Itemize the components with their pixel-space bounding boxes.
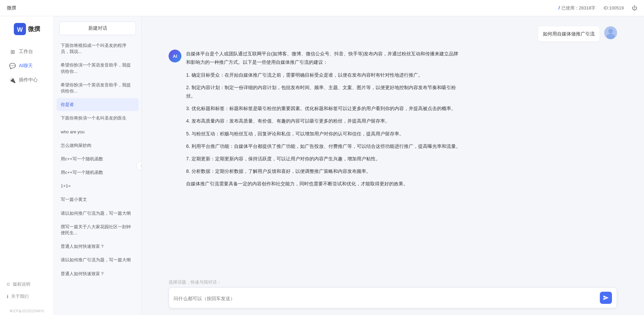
chat-main: 如何用自媒体做推广引流 AI 自媒体平台是个人或团队通过互联网平台(如博客、微博… xyxy=(142,16,644,315)
ai-paragraph: 自媒体推广引流需要具备一定的内容创作和社交能力，同时也需要不断尝试和优化，才能取… xyxy=(186,180,463,188)
chat-input[interactable] xyxy=(174,296,597,304)
sidebar-item-label: AI聊天 xyxy=(19,63,33,69)
user-avatar xyxy=(604,26,617,39)
chat-list-item[interactable]: 你是谁 xyxy=(57,98,139,111)
chat-list-panel: 新建对话 下面你将模拟成一个叫圣友的程序员，我说...希望你扮演一个英语发音助手… xyxy=(54,16,142,315)
sidebar: W 微撰 ⊞工作台💬AI聊天🔌插件中心 ©版权说明ℹ关于我们 粤ICP备2022… xyxy=(0,16,54,315)
ai-paragraph: 8. 分析数据：定期分析数据，了解用户反馈和喜好，以便调整推广策略和内容发布频率… xyxy=(186,167,463,176)
usage-text: 已使用：28318字 xyxy=(561,5,595,11)
ai-paragraph: 5. 与粉丝互动：积极与粉丝互动，回复评论和私信，可以增加用户对你的认可和信任，… xyxy=(186,130,463,138)
svg-text:W: W xyxy=(17,26,23,33)
topbar: 微撰 Ⅰ 已使用：28318字 ID:100519 ⏻ xyxy=(0,0,644,16)
chat-list-item[interactable]: who are you xyxy=(57,126,139,138)
chat-list-item[interactable]: 用c++写一个随机函数 xyxy=(57,153,139,165)
logo: W 微撰 xyxy=(10,23,43,35)
input-area xyxy=(142,287,644,315)
chat-list-item[interactable]: 1+1= xyxy=(57,180,139,192)
copyright-icon: © xyxy=(7,282,10,287)
input-box xyxy=(169,287,617,308)
quick-reply-placeholder: 选择话题，快速与我对话： xyxy=(169,280,221,285)
plugin-icon: 🔌 xyxy=(9,77,16,83)
workbench-icon: ⊞ xyxy=(9,49,16,55)
beian-text: 粤ICP备2022015948号 xyxy=(7,308,47,315)
info-icon: Ⅰ xyxy=(558,5,559,10)
sidebar-item-workbench[interactable]: ⊞工作台 xyxy=(3,45,51,58)
ai-paragraph: 2. 制定内容计划：制定一份详细的内容计划，包括发布时间、频率、主题、文案、图片… xyxy=(186,83,463,100)
main-layout: W 微撰 ⊞工作台💬AI聊天🔌插件中心 ©版权说明ℹ关于我们 粤ICP备2022… xyxy=(0,16,644,315)
ai-paragraph: 7. 定期更新：定期更新内容，保持活跃度，可以让用户对你的内容产生兴趣，增加用户… xyxy=(186,155,463,163)
sidebar-bottom-label: 关于我们 xyxy=(11,293,29,299)
topbar-usage: Ⅰ 已使用：28318字 xyxy=(558,5,595,11)
chat-list-item[interactable]: 希望你扮演一个英语发音助手，我提供给你... xyxy=(57,79,139,98)
sidebar-bottom-item-copyright[interactable]: ©版权说明 xyxy=(0,279,54,290)
chat-list-item[interactable]: 用c++写一个随机函数 xyxy=(57,166,139,179)
topbar-title: 微撰 xyxy=(7,5,16,11)
logo-icon: W xyxy=(14,23,26,35)
sidebar-item-ai-chat[interactable]: 💬AI聊天 xyxy=(3,59,51,72)
quick-reply-bar: 选择话题，快速与我对话： xyxy=(142,276,644,287)
ai-paragraph: 4. 发布高质量内容：发布高质量、有价值、有趣的内容可以吸引更多的粉丝，并提高用… xyxy=(186,117,463,125)
chat-list-item[interactable]: 请以如何推广引流为题，写一篇大纲 xyxy=(57,254,139,266)
sidebar-nav: ⊞工作台💬AI聊天🔌插件中心 xyxy=(0,45,54,275)
chat-list-item[interactable]: 下面你将模拟成一个叫圣友的程序员，我说... xyxy=(57,39,139,58)
sidebar-item-label: 工作台 xyxy=(19,49,33,55)
send-button[interactable] xyxy=(600,292,612,304)
chat-list-item[interactable]: 普通人如何快速致富？ xyxy=(57,240,139,253)
ai-chat-icon: 💬 xyxy=(9,63,16,69)
chat-list-item[interactable]: 撰写一篇关于八大家花园社区一刻钟便民生... xyxy=(57,220,139,239)
user-message-row: 如何用自媒体做推广引流 xyxy=(169,26,617,42)
ai-paragraph: 3. 优化标题和标签：标题和标签是吸引粉丝的重要因素。优化标题和标签可以让更多的… xyxy=(186,104,463,113)
chat-list-item[interactable]: 下面你将扮演一个名叫圣友的医生 xyxy=(57,112,139,125)
about-icon: ℹ xyxy=(7,294,8,299)
new-chat-button[interactable]: 新建对话 xyxy=(59,22,136,35)
chat-list-item[interactable]: 希望你扮演一个英语发音助手，我提供给你... xyxy=(57,59,139,78)
sidebar-item-plugin[interactable]: 🔌插件中心 xyxy=(3,74,51,86)
ai-paragraph: 1. 确定目标受众：在开始自媒体推广引流之前，需要明确目标受众是谁，以便在发布内… xyxy=(186,71,463,79)
topbar-right: Ⅰ 已使用：28318字 ID:100519 ⏻ xyxy=(558,5,637,11)
chat-list-item[interactable]: 请以如何推广引流为题，写一篇大纲 xyxy=(57,207,139,220)
ai-message-bubble: 自媒体平台是个人或团队通过互联网平台(如博客、微博、微信公众号、抖音、快手等)发… xyxy=(186,50,463,188)
sidebar-item-label: 插件中心 xyxy=(19,77,38,83)
sidebar-bottom-label: 版权说明 xyxy=(13,281,30,287)
ai-message-row: AI 自媒体平台是个人或团队通过互联网平台(如博客、微博、微信公众号、抖音、快手… xyxy=(169,50,617,188)
chat-list-item[interactable]: 写一篇小黄文 xyxy=(57,193,139,206)
ai-paragraph: 自媒体平台是个人或团队通过互联网平台(如博客、微博、微信公众号、抖音、快手等)发… xyxy=(186,50,463,67)
topbar-id: ID:100519 xyxy=(604,5,624,10)
svg-point-3 xyxy=(608,29,613,33)
sidebar-bottom-item-about[interactable]: ℹ关于我们 xyxy=(0,291,54,302)
chat-list-item[interactable]: 怎么做狗屎炒肉 xyxy=(57,139,139,152)
logout-icon[interactable]: ⏻ xyxy=(632,5,637,11)
user-message-bubble: 如何用自媒体做推广引流 xyxy=(538,26,599,42)
send-icon xyxy=(603,295,609,301)
chat-list-item[interactable]: 普通人如何快速致富？ xyxy=(57,267,139,280)
ai-paragraph: 6. 利用平台推广功能：自媒体平台都提供了推广功能，如广告投放、付费推广等，可以… xyxy=(186,142,463,151)
svg-point-4 xyxy=(607,34,615,39)
ai-avatar: AI xyxy=(169,50,181,62)
chat-messages: 如何用自媒体做推广引流 AI 自媒体平台是个人或团队通过互联网平台(如博客、微博… xyxy=(142,16,644,276)
logo-text: 微撰 xyxy=(28,25,40,33)
chat-list: 下面你将模拟成一个叫圣友的程序员，我说...希望你扮演一个英语发音助手，我提供给… xyxy=(54,39,141,315)
sidebar-bottom: ©版权说明ℹ关于我们 xyxy=(0,275,54,308)
